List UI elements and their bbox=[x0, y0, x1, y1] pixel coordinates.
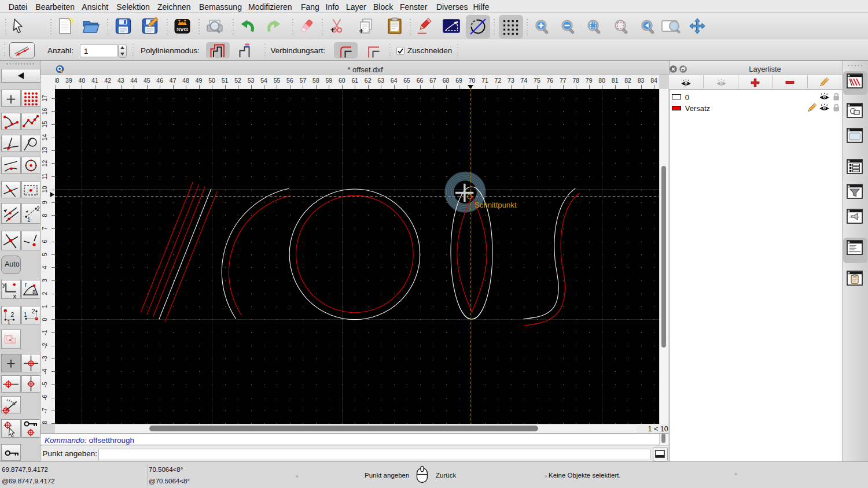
svg-text:51: 51 bbox=[222, 77, 229, 84]
svg-text:83: 83 bbox=[638, 77, 645, 84]
svg-text:15: 15 bbox=[41, 121, 48, 128]
svg-text:r: r bbox=[25, 282, 27, 288]
svg-text:54: 54 bbox=[260, 77, 267, 84]
svg-text:61: 61 bbox=[351, 77, 358, 84]
svg-text:y: y bbox=[2, 282, 6, 289]
svg-text:0: 0 bbox=[41, 317, 48, 321]
svg-text:75: 75 bbox=[534, 77, 540, 84]
svg-text:41: 41 bbox=[91, 77, 98, 84]
svg-text:67: 67 bbox=[429, 77, 436, 84]
svg-text:78: 78 bbox=[572, 77, 579, 84]
svg-text:-3: -3 bbox=[41, 356, 48, 361]
svg-text:73: 73 bbox=[507, 77, 514, 84]
svg-text:12: 12 bbox=[41, 160, 48, 167]
svg-text:SVG: SVG bbox=[176, 26, 188, 32]
svg-text:57: 57 bbox=[300, 77, 307, 84]
svg-text:-6: -6 bbox=[41, 395, 48, 400]
svg-text:60: 60 bbox=[339, 77, 345, 84]
svg-text:55: 55 bbox=[274, 77, 281, 84]
svg-text:38: 38 bbox=[55, 77, 59, 84]
svg-text:13: 13 bbox=[41, 147, 48, 154]
svg-text:8: 8 bbox=[41, 213, 48, 217]
svg-text:63: 63 bbox=[377, 77, 384, 84]
svg-text:46: 46 bbox=[156, 77, 163, 84]
svg-text:x: x bbox=[13, 293, 16, 300]
svg-text:a: a bbox=[32, 289, 36, 295]
svg-text:44: 44 bbox=[130, 77, 137, 84]
svg-text:1: 1 bbox=[41, 305, 48, 308]
svg-text:58: 58 bbox=[312, 77, 319, 84]
svg-text:1: 1 bbox=[27, 217, 31, 223]
svg-text:48: 48 bbox=[182, 77, 189, 84]
svg-text:42: 42 bbox=[104, 77, 111, 84]
svg-text:80: 80 bbox=[598, 77, 605, 84]
svg-text:49: 49 bbox=[196, 77, 203, 84]
svg-text:84: 84 bbox=[650, 77, 657, 84]
svg-text:76: 76 bbox=[546, 77, 553, 84]
svg-text:52: 52 bbox=[234, 77, 241, 84]
svg-text:5: 5 bbox=[41, 253, 48, 256]
svg-text:Schnittpunkt: Schnittpunkt bbox=[475, 201, 517, 209]
svg-text:72: 72 bbox=[495, 77, 502, 84]
svg-text:81: 81 bbox=[612, 77, 619, 84]
svg-text:1: 1 bbox=[24, 312, 27, 318]
svg-text:-5: -5 bbox=[41, 382, 48, 387]
svg-text:79: 79 bbox=[586, 77, 593, 84]
svg-text:2: 2 bbox=[10, 312, 14, 318]
svg-text:4: 4 bbox=[41, 265, 48, 269]
svg-text:64: 64 bbox=[391, 77, 398, 84]
svg-text:11: 11 bbox=[41, 173, 48, 179]
svg-text:53: 53 bbox=[248, 77, 255, 84]
svg-text:43: 43 bbox=[117, 77, 124, 84]
svg-text:-7: -7 bbox=[41, 408, 48, 413]
svg-text:65: 65 bbox=[403, 77, 410, 84]
svg-text:68: 68 bbox=[443, 77, 450, 84]
svg-text:14: 14 bbox=[41, 134, 48, 141]
svg-text:2: 2 bbox=[41, 291, 48, 295]
svg-text:82: 82 bbox=[624, 77, 631, 84]
svg-text:10: 10 bbox=[41, 186, 48, 193]
svg-text:50: 50 bbox=[208, 77, 215, 84]
svg-text:71: 71 bbox=[481, 77, 488, 84]
svg-text:-1: -1 bbox=[41, 330, 48, 335]
svg-text:9: 9 bbox=[41, 201, 48, 204]
svg-text:17: 17 bbox=[41, 95, 48, 102]
svg-text:47: 47 bbox=[170, 77, 176, 84]
svg-text:3: 3 bbox=[41, 279, 48, 282]
svg-text:77: 77 bbox=[560, 77, 567, 84]
svg-text:6: 6 bbox=[41, 239, 48, 243]
svg-text:2: 2 bbox=[36, 206, 40, 212]
svg-text:-2: -2 bbox=[41, 343, 48, 348]
svg-text:39: 39 bbox=[65, 77, 72, 84]
svg-text:40: 40 bbox=[79, 77, 86, 84]
svg-text:74: 74 bbox=[521, 77, 528, 84]
svg-text:70: 70 bbox=[469, 77, 476, 84]
svg-text:62: 62 bbox=[365, 77, 372, 84]
svg-text:45: 45 bbox=[144, 77, 150, 84]
svg-text:56: 56 bbox=[286, 77, 293, 84]
svg-text:1: 1 bbox=[7, 319, 10, 326]
svg-text:2: 2 bbox=[32, 308, 35, 315]
svg-text:-8: -8 bbox=[41, 421, 48, 424]
svg-text:66: 66 bbox=[417, 77, 424, 84]
svg-text:-4: -4 bbox=[41, 369, 48, 374]
svg-text:59: 59 bbox=[325, 77, 332, 84]
svg-text:16: 16 bbox=[41, 108, 48, 115]
svg-text:7: 7 bbox=[41, 227, 48, 230]
svg-text:69: 69 bbox=[455, 77, 462, 84]
